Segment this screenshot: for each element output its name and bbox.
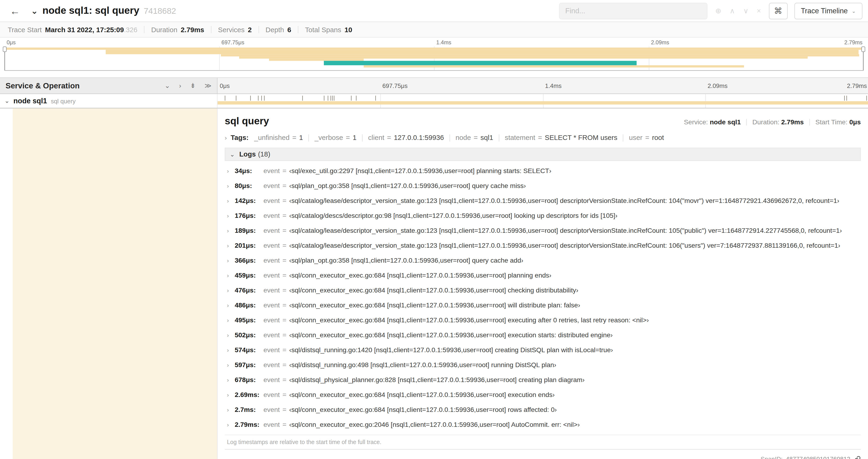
summary-label: Depth xyxy=(266,26,284,33)
log-field-key: event xyxy=(264,257,280,264)
minimap-scrubber-right[interactable] xyxy=(863,46,864,70)
log-timestamp: 34μs: xyxy=(235,167,264,175)
chevron-right-icon: › xyxy=(227,421,235,429)
deep-link-icon[interactable] xyxy=(854,455,861,459)
span-tree-column xyxy=(0,108,217,459)
log-row[interactable]: ›597μs:event=‹sql/distsql_running.go:498… xyxy=(225,358,861,373)
log-row[interactable]: ›486μs:event=‹sql/conn_executor_exec.go:… xyxy=(225,298,861,313)
tag-item[interactable]: user=root xyxy=(629,134,664,141)
timeline-header: Service & Operation ⌄ › ⇟ ≫ 0μs697.75μs1… xyxy=(0,77,868,94)
log-row[interactable]: ›201μs:event=‹sql/catalog/lease/descript… xyxy=(225,238,861,253)
span-duration-bar[interactable] xyxy=(217,101,868,104)
log-timestamp: 486μs: xyxy=(235,302,264,309)
log-field-value: ‹sql/conn_executor_exec.go:684 [nsql1,cl… xyxy=(289,392,555,399)
equals-sign: = xyxy=(283,212,286,220)
collapse-all-icon[interactable]: ⇟ xyxy=(190,82,196,90)
next-result-icon[interactable]: ∨ xyxy=(743,6,748,15)
log-row[interactable]: ›495μs:event=‹sql/conn_executor_exec.go:… xyxy=(225,313,861,328)
detail-service-value: node sql1 xyxy=(710,118,741,126)
back-button[interactable]: ← xyxy=(3,0,27,22)
log-marker xyxy=(302,96,303,101)
log-field-key: event xyxy=(264,272,280,280)
log-field-key: event xyxy=(264,406,280,414)
collapse-one-icon[interactable]: ⌄ xyxy=(164,82,170,90)
summary-value: March 31 2022, 17:25:09 xyxy=(45,26,124,33)
minimap-span-bar xyxy=(239,57,808,59)
log-timestamp: 80μs: xyxy=(235,183,264,190)
log-field-key: event xyxy=(264,421,280,429)
equals-sign: = xyxy=(645,134,649,141)
tag-item[interactable]: _verbose=1 xyxy=(314,134,356,141)
tag-item[interactable]: _unfinished=1 xyxy=(254,134,303,141)
minimap-scrubber-left[interactable] xyxy=(4,46,5,70)
keyboard-shortcuts-button[interactable]: ⌘ xyxy=(769,3,788,19)
tag-value: sql1 xyxy=(480,134,493,141)
span-detail-meta: Service: node sql1 Duration: 2.79ms Star… xyxy=(684,118,861,126)
log-timestamp: 201μs: xyxy=(235,242,264,250)
equals-sign: = xyxy=(283,317,286,324)
log-row[interactable]: ›189μs:event=‹sql/catalog/lease/descript… xyxy=(225,223,861,238)
log-row[interactable]: ›2.7ms:event=‹sql/conn_executor_exec.go:… xyxy=(225,402,861,418)
span-detail-title: sql query xyxy=(225,116,269,127)
log-row[interactable]: ›176μs:event=‹sql/catalog/descs/descript… xyxy=(225,208,861,223)
time-tick-label: 0μs xyxy=(6,39,16,45)
log-row[interactable]: ›476μs:event=‹sql/conn_executor_exec.go:… xyxy=(225,283,861,298)
log-field-value: ‹sql/catalog/lease/descriptor_version_st… xyxy=(289,197,839,204)
log-row[interactable]: ›678μs:event=‹sql/distsql_physical_plann… xyxy=(225,373,861,388)
span-name-column[interactable]: ⌄ node sql1 sql query xyxy=(0,94,217,108)
summary-value: 2.79ms xyxy=(181,26,204,33)
chevron-right-icon: › xyxy=(227,317,235,324)
trace-view-selector[interactable]: Trace Timeline ⌄ xyxy=(794,3,863,19)
log-entry: event=‹sql/plan_opt.go:358 [nsql1,client… xyxy=(264,183,526,190)
log-field-value: ‹sql/catalog/lease/descriptor_version_st… xyxy=(289,242,840,250)
span-collapse-icon[interactable]: ⌄ xyxy=(4,97,9,104)
log-field-key: event xyxy=(264,183,280,190)
minimap-canvas[interactable] xyxy=(4,46,864,71)
minimap-span-bar xyxy=(4,47,864,50)
log-row[interactable]: ›459μs:event=‹sql/conn_executor_exec.go:… xyxy=(225,268,861,283)
tag-item[interactable]: node=sql1 xyxy=(456,134,493,141)
log-row[interactable]: ›2.69ms:event=‹sql/conn_executor_exec.go… xyxy=(225,388,861,402)
tag-item[interactable]: client=127.0.0.1:59936 xyxy=(368,134,444,141)
tag-item[interactable]: statement=SELECT * FROM users xyxy=(505,134,617,141)
span-service-name: node sql1 xyxy=(13,97,47,105)
trace-timeline-page: ← ⌄ node sql1: sql query 7418682 ⊕ ∧ ∨ ×… xyxy=(0,0,868,459)
span-row-track[interactable] xyxy=(217,94,868,108)
summary-value: 10 xyxy=(345,26,352,33)
log-field-value: ‹sql/distsql_running.go:498 [nsql1,clien… xyxy=(289,362,556,369)
expand-all-icon[interactable]: ≫ xyxy=(205,82,211,90)
log-field-key: event xyxy=(264,377,280,384)
log-row[interactable]: ›34μs:event=‹sql/exec_util.go:2297 [nsql… xyxy=(225,164,861,179)
clear-search-icon[interactable]: × xyxy=(757,6,761,15)
log-row[interactable]: ›366μs:event=‹sql/plan_opt.go:358 [nsql1… xyxy=(225,253,861,268)
equals-sign: = xyxy=(283,302,286,309)
equals-sign: = xyxy=(283,242,286,250)
collapse-trace-chevron-icon[interactable]: ⌄ xyxy=(31,6,38,16)
log-marker xyxy=(331,96,331,101)
log-row[interactable]: ›80μs:event=‹sql/plan_opt.go:358 [nsql1,… xyxy=(225,179,861,194)
log-row[interactable]: ›574μs:event=‹sql/distsql_running.go:142… xyxy=(225,343,861,358)
find-input[interactable] xyxy=(559,3,708,19)
divider xyxy=(362,134,363,141)
logs-header[interactable]: ⌄ Logs (18) xyxy=(225,147,861,161)
log-timestamp: 574μs: xyxy=(235,347,264,354)
log-timestamp: 2.79ms: xyxy=(235,421,264,429)
minimap-time-labels: 0μs697.75μs1.4ms2.09ms2.79ms xyxy=(4,39,864,46)
tag-key: client xyxy=(368,134,384,141)
expand-one-icon[interactable]: › xyxy=(179,82,181,90)
log-entry: event=‹sql/catalog/lease/descriptor_vers… xyxy=(264,227,842,235)
log-row[interactable]: ›142μs:event=‹sql/catalog/lease/descript… xyxy=(225,194,861,208)
view-selector-label: Trace Timeline xyxy=(801,6,848,15)
log-row[interactable]: ›502μs:event=‹sql/conn_executor_exec.go:… xyxy=(225,328,861,343)
focus-match-icon[interactable]: ⊕ xyxy=(715,6,721,15)
span-row[interactable]: ⌄ node sql1 sql query xyxy=(0,94,868,108)
tags-row[interactable]: › Tags: _unfinished=1_verbose=1client=12… xyxy=(225,134,861,141)
divider xyxy=(623,134,623,141)
chevron-right-icon: › xyxy=(227,183,235,190)
log-row[interactable]: ›2.79ms:event=‹sql/conn_executor_exec.go… xyxy=(225,418,861,432)
detail-start-value: 0μs xyxy=(849,118,861,126)
summary-label: Services xyxy=(218,26,245,33)
prev-result-icon[interactable]: ∧ xyxy=(730,6,735,15)
chevron-right-icon: › xyxy=(227,362,235,369)
minimap-span-bar xyxy=(106,50,858,54)
